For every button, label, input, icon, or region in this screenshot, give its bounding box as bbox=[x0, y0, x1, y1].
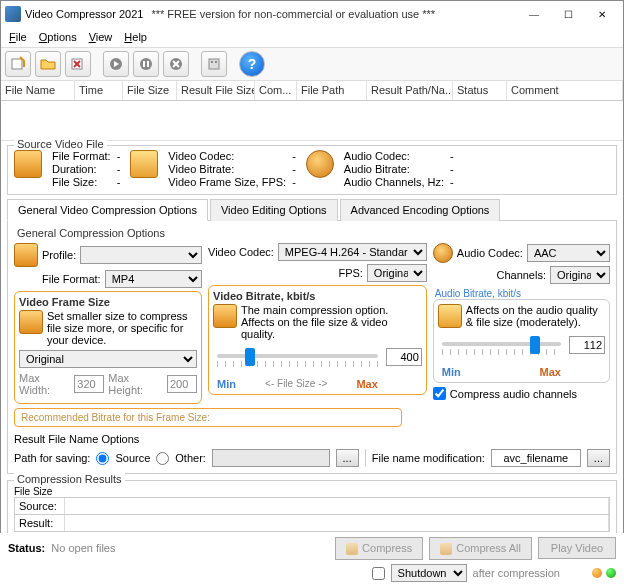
status-text: No open files bbox=[51, 542, 115, 554]
filename-mod-input[interactable] bbox=[491, 449, 581, 467]
path-source-label: Source bbox=[115, 452, 150, 464]
acodec-label: Audio Codec: bbox=[344, 150, 444, 162]
add-folder-button[interactable] bbox=[35, 51, 61, 77]
gco-group-label: General Compression Options bbox=[14, 227, 168, 239]
svg-rect-13 bbox=[215, 61, 217, 63]
col-filename[interactable]: File Name bbox=[1, 81, 75, 100]
tab-advanced[interactable]: Advanced Encoding Options bbox=[340, 199, 501, 221]
file-format-value: - bbox=[117, 150, 121, 162]
vcodec-value: - bbox=[292, 150, 296, 162]
filename-mod-button[interactable]: ... bbox=[587, 449, 610, 467]
play-video-button[interactable]: Play Video bbox=[538, 537, 616, 559]
video-bitrate-slider[interactable] bbox=[213, 346, 422, 376]
results-source-value bbox=[65, 498, 609, 514]
col-filepath[interactable]: File Path bbox=[297, 81, 367, 100]
vbitrate-label: Video Bitrate: bbox=[168, 163, 286, 175]
file-grid-body[interactable] bbox=[1, 101, 623, 141]
abitrate-desc: Affects on the audio quality & file size… bbox=[466, 304, 605, 328]
max-height-input[interactable] bbox=[167, 375, 197, 393]
svg-rect-11 bbox=[209, 59, 219, 69]
after-compression-label: after compression bbox=[473, 567, 560, 579]
channels-label: Channels: bbox=[496, 269, 546, 281]
svg-rect-6 bbox=[143, 61, 145, 67]
svg-rect-0 bbox=[12, 59, 22, 69]
col-time[interactable]: Time bbox=[75, 81, 123, 100]
profile-select[interactable] bbox=[80, 246, 202, 264]
shutdown-select[interactable]: Shutdown bbox=[391, 564, 467, 582]
vcodec-label: Video Codec: bbox=[168, 150, 286, 162]
frame-size-icon bbox=[19, 310, 43, 334]
max-width-input[interactable] bbox=[74, 375, 104, 393]
compress-all-icon bbox=[440, 543, 452, 555]
remove-button[interactable] bbox=[65, 51, 91, 77]
col-comment[interactable]: Comment bbox=[507, 81, 623, 100]
results-source-label: Source: bbox=[15, 498, 65, 514]
video-codec-select[interactable]: MPEG-4 H.264 - Standar bbox=[278, 243, 427, 261]
vframe-label: Video Frame Size, FPS: bbox=[168, 176, 286, 188]
path-source-radio[interactable] bbox=[96, 452, 109, 465]
help-button[interactable]: ? bbox=[239, 51, 265, 77]
audio-bitrate-input[interactable] bbox=[569, 336, 605, 354]
menu-view[interactable]: View bbox=[85, 29, 117, 45]
compress-audio-label: Compress audio channels bbox=[450, 388, 577, 400]
shutdown-checkbox[interactable] bbox=[372, 567, 385, 580]
status-led-green bbox=[606, 568, 616, 578]
achan-label: Audio Channels, Hz: bbox=[344, 176, 444, 188]
results-result-label: Result: bbox=[15, 515, 65, 531]
frame-size-desc: Set smaller size to compress file size m… bbox=[47, 310, 197, 346]
recommended-bitrate: Recommended Bitrate for this Frame Size: bbox=[14, 408, 402, 427]
col-filesize[interactable]: File Size bbox=[123, 81, 177, 100]
svg-point-5 bbox=[140, 58, 152, 70]
path-other-radio[interactable] bbox=[156, 452, 169, 465]
app-icon bbox=[5, 6, 21, 22]
browse-path-button[interactable]: ... bbox=[336, 449, 359, 467]
stop-button[interactable] bbox=[163, 51, 189, 77]
audio-bitrate-slider[interactable] bbox=[438, 334, 605, 364]
vbitrate-desc: The main compression option. Affects on … bbox=[241, 304, 422, 340]
results-filesize-label: File Size bbox=[14, 486, 52, 497]
filesize-label: File Size: bbox=[52, 176, 111, 188]
video-bitrate-input[interactable] bbox=[386, 348, 422, 366]
tab-general[interactable]: General Video Compression Options bbox=[7, 199, 208, 221]
acodec-sel-label: Audio Codec: bbox=[457, 247, 523, 259]
col-status[interactable]: Status bbox=[453, 81, 507, 100]
duration-value: - bbox=[117, 163, 121, 175]
vbit-min: Min bbox=[217, 378, 236, 390]
acodec-value: - bbox=[450, 150, 454, 162]
vbitrate-title: Video Bitrate, kbit/s bbox=[213, 290, 422, 302]
path-other-input[interactable] bbox=[212, 449, 330, 467]
compress-button[interactable]: Compress bbox=[335, 537, 423, 560]
channels-select[interactable]: Original bbox=[550, 266, 610, 284]
col-result[interactable]: Result File Size bbox=[177, 81, 255, 100]
source-video-group: Source Video File File Format:- Duration… bbox=[7, 145, 617, 195]
frame-size-select[interactable]: Original bbox=[19, 350, 197, 368]
compress-all-button[interactable]: Compress All bbox=[429, 537, 532, 560]
svg-rect-7 bbox=[147, 61, 149, 67]
format-select[interactable]: MP4 bbox=[105, 270, 202, 288]
vbitrate-value: - bbox=[292, 163, 296, 175]
menu-options[interactable]: Options bbox=[35, 29, 81, 45]
minimize-button[interactable]: — bbox=[517, 3, 551, 25]
maximize-button[interactable]: ☐ bbox=[551, 3, 585, 25]
path-other-label: Other: bbox=[175, 452, 206, 464]
tab-editing[interactable]: Video Editing Options bbox=[210, 199, 338, 221]
pause-button[interactable] bbox=[133, 51, 159, 77]
maxw-label: Max Width: bbox=[19, 372, 70, 396]
col-com[interactable]: Com... bbox=[255, 81, 297, 100]
vcodec-sel-label: Video Codec: bbox=[208, 246, 274, 258]
compress-icon bbox=[346, 543, 358, 555]
status-label: Status: bbox=[8, 542, 45, 554]
close-button[interactable]: ✕ bbox=[585, 3, 619, 25]
menu-file[interactable]: File bbox=[5, 29, 31, 45]
add-file-button[interactable] bbox=[5, 51, 31, 77]
audio-codec-select[interactable]: AAC bbox=[527, 244, 610, 262]
play-button[interactable] bbox=[103, 51, 129, 77]
settings-button[interactable] bbox=[201, 51, 227, 77]
fps-select[interactable]: Original bbox=[367, 264, 427, 282]
menu-help[interactable]: Help bbox=[120, 29, 151, 45]
fps-label: FPS: bbox=[338, 267, 362, 279]
abitrate-label: Audio Bitrate: bbox=[344, 163, 444, 175]
abit-max: Max bbox=[540, 366, 561, 378]
col-resultpath[interactable]: Result Path/Na... bbox=[367, 81, 453, 100]
compress-audio-checkbox[interactable] bbox=[433, 387, 446, 400]
